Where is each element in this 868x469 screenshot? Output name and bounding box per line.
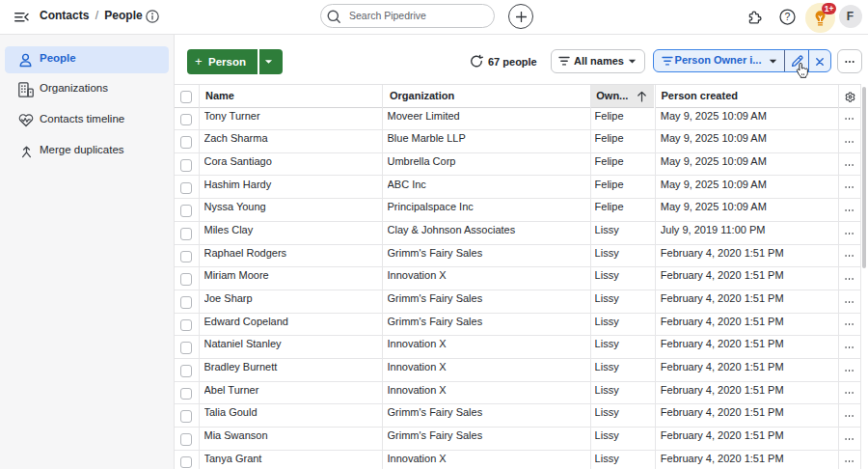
- svg-text:?: ?: [785, 11, 791, 22]
